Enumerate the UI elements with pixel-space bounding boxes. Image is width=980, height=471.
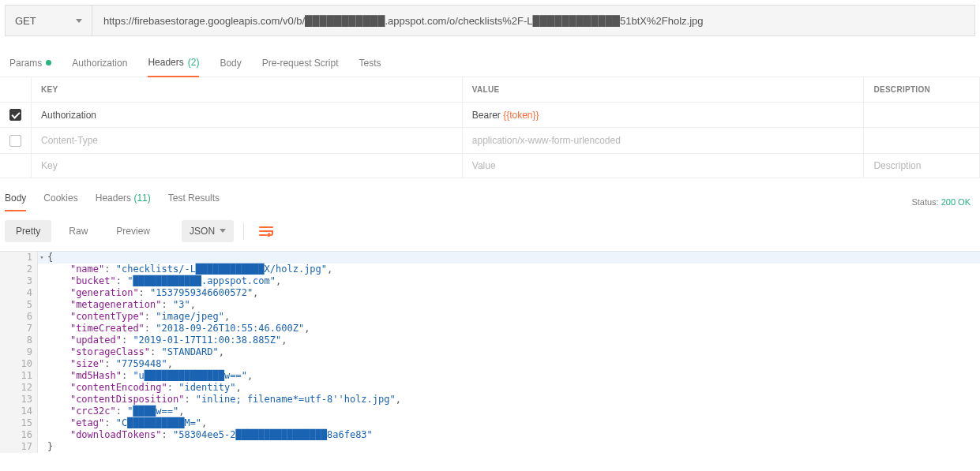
code-line: 6 "contentType": "image/jpeg",	[0, 311, 980, 323]
rtab-headers[interactable]: Headers (11)	[96, 193, 151, 211]
tab-authorization[interactable]: Authorization	[72, 57, 127, 77]
header-key-input[interactable]: Key	[32, 153, 463, 178]
header-value-cell[interactable]: Bearer {{token}}	[462, 103, 864, 128]
row-checkbox[interactable]	[9, 135, 21, 147]
header-desc-cell[interactable]	[864, 128, 980, 153]
rtab-body[interactable]: Body	[5, 193, 26, 211]
code-line: 5 "metageneration": "3",	[0, 299, 980, 311]
header-desc-input[interactable]: Description	[864, 153, 980, 178]
header-desc-cell[interactable]	[864, 103, 980, 128]
code-line: 2 "name": "checklists/-L████████████X/ho…	[0, 264, 980, 275]
row-checkbox[interactable]	[9, 109, 21, 121]
tab-count: (2)	[188, 57, 200, 68]
view-preview-button[interactable]: Preview	[105, 220, 161, 242]
header-value-input[interactable]: Value	[462, 153, 864, 178]
format-label: JSON	[190, 226, 215, 237]
wrap-lines-button[interactable]	[253, 219, 279, 243]
rtab-label: Headers	[96, 193, 131, 204]
tab-params[interactable]: Params	[9, 57, 51, 77]
header-key-cell[interactable]: Content-Type	[32, 128, 463, 153]
col-checkbox	[0, 77, 32, 103]
http-method-label: GET	[15, 15, 36, 27]
request-tabs: Params Authorization Headers (2) Body Pr…	[0, 47, 980, 77]
rtab-count: (11)	[133, 193, 150, 204]
response-body-viewer[interactable]: 1▾{2 "name": "checklists/-L████████████X…	[0, 251, 980, 453]
rtab-testresults[interactable]: Test Results	[168, 193, 220, 211]
code-line: 13 "contentDisposition": "inline; filena…	[0, 394, 980, 406]
viewer-toolbar: Pretty Raw Preview JSON	[0, 211, 980, 251]
header-value-cell[interactable]: application/x-www-form-urlencoded	[462, 128, 864, 153]
http-method-select[interactable]: GET	[6, 6, 92, 36]
code-line: 8 "updated": "2019-01-17T11:00:38.885Z",	[0, 335, 980, 346]
response-tabs: Body Cookies Headers (11) Test Results	[5, 193, 220, 211]
tab-tests[interactable]: Tests	[359, 57, 381, 77]
code-line: 9 "storageClass": "STANDARD",	[0, 346, 980, 358]
col-key: KEY	[32, 77, 463, 103]
view-pretty-button[interactable]: Pretty	[5, 220, 51, 242]
dot-indicator-icon	[46, 60, 51, 65]
format-select[interactable]: JSON	[182, 220, 234, 242]
response-bar: Body Cookies Headers (11) Test Results S…	[0, 185, 980, 211]
code-line: 17}	[0, 441, 980, 453]
code-line: 15 "etag": "C██████████M=",	[0, 417, 980, 429]
code-line: 10 "size": "7759448",	[0, 358, 980, 370]
headers-table: KEY VALUE DESCRIPTION AuthorizationBeare…	[0, 77, 980, 178]
code-line: 4 "generation": "1537959346600572",	[0, 287, 980, 299]
col-value: VALUE	[462, 77, 864, 103]
status-code: 200 OK	[941, 197, 971, 207]
request-url-input[interactable]	[92, 6, 974, 36]
rtab-cookies[interactable]: Cookies	[43, 193, 77, 211]
view-raw-button[interactable]: Raw	[58, 220, 99, 242]
table-row-new[interactable]: KeyValueDescription	[0, 153, 980, 178]
code-line: 7 "timeCreated": "2018-09-26T10:55:46.60…	[0, 323, 980, 335]
code-line: 16 "downloadTokens": "58304ee5-2████████…	[0, 429, 980, 441]
tab-prerequest[interactable]: Pre-request Script	[262, 57, 339, 77]
divider	[243, 222, 244, 240]
code-line: 11 "md5Hash": "u██████████████w==",	[0, 370, 980, 382]
chevron-down-icon	[76, 19, 82, 23]
table-row[interactable]: Content-Typeapplication/x-www-form-urlen…	[0, 128, 980, 153]
code-line: 3 "bucket": "████████████.appspot.com",	[0, 275, 980, 287]
status-block: Status: 200 OK	[911, 197, 971, 207]
tab-body[interactable]: Body	[220, 57, 241, 77]
code-line: 12 "contentEncoding": "identity",	[0, 382, 980, 394]
request-bar: GET	[5, 5, 975, 36]
header-key-cell[interactable]: Authorization	[32, 103, 463, 128]
status-label: Status:	[911, 197, 938, 207]
code-line: 1▾{	[0, 252, 980, 264]
tab-label: Params	[9, 58, 42, 69]
chevron-down-icon	[220, 229, 226, 233]
wrap-icon	[259, 226, 273, 237]
col-description: DESCRIPTION	[864, 77, 980, 103]
code-line: 14 "crc32c": "████w==",	[0, 406, 980, 417]
tab-headers[interactable]: Headers (2)	[148, 57, 199, 77]
tab-label: Headers	[148, 57, 183, 68]
table-row[interactable]: AuthorizationBearer {{token}}	[0, 103, 980, 128]
